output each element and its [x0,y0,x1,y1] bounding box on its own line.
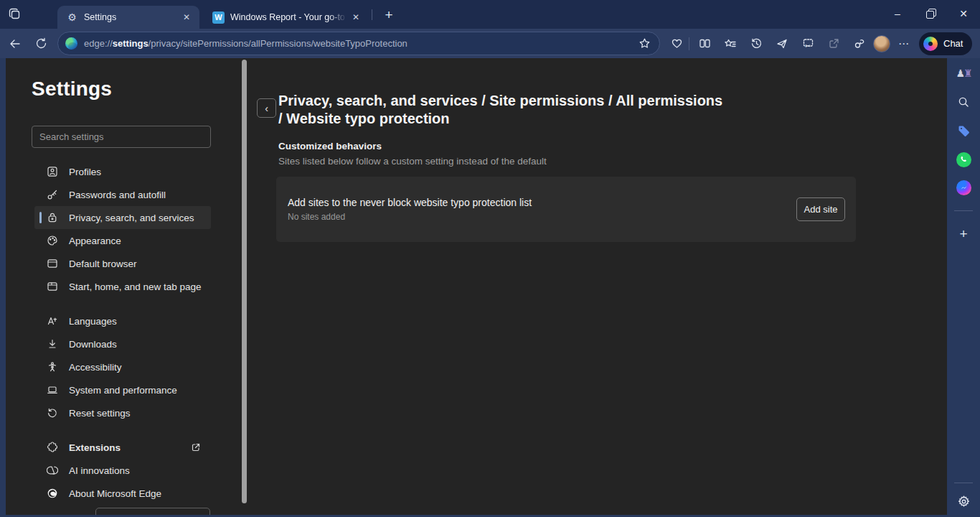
sidebar-item-privacy[interactable]: Privacy, search, and services [34,206,211,229]
sidebar-item-label: System and performance [69,385,177,396]
download-icon [47,338,58,350]
never-block-list-card: Add sites to the never block website typ… [276,177,856,242]
chat-label: Chat [943,38,963,49]
language-icon [47,315,58,327]
sidebar-item-label: Reset settings [69,408,131,419]
sidebar-item-label: Appearance [69,236,121,246]
sidebar-item-label: Start, home, and new tab page [69,281,202,292]
url-text[interactable]: edge://settings/privacy/sitePermissions/… [84,38,629,49]
sidebar-scrollbar[interactable] [242,60,247,503]
messenger-icon[interactable] [947,176,980,199]
sidebar-item-extensions[interactable]: Extensions [34,436,211,459]
sidebar-item-downloads[interactable]: Downloads [34,332,211,355]
extensions-puzzle-icon [47,442,58,453]
sidebar-item-label: Default browser [69,258,137,269]
card-text: Add sites to the never block website typ… [288,197,796,222]
customize-sidebar-add-icon[interactable]: + [947,223,980,246]
games-chess-icon[interactable]: ♟♜ [947,62,980,85]
web-capture-icon[interactable]: ✂ [797,33,819,55]
sidebar-item-label: Languages [69,316,117,327]
toolbar-divider [689,37,689,50]
back-button[interactable] [4,33,26,55]
sidebar-item-ai-innovations[interactable]: AI innovations [34,459,211,482]
edge-browser-window: ⚙ Settings ✕ W Windows Report - Your go-… [0,0,980,517]
sidebar-item-start-home[interactable]: Start, home, and new tab page [34,275,211,298]
split-screen-icon[interactable] [694,33,715,55]
restore-icon [927,10,934,17]
edge-logo-icon [47,488,58,499]
sidebar-item-profiles[interactable]: Profiles [34,160,211,183]
chess-pawn-glyph: ♟ [956,67,963,79]
window-frame-left [0,58,6,515]
sidebar-item-label: Extensions [69,442,121,453]
tab-settings[interactable]: ⚙ Settings ✕ [57,6,199,29]
sidebar-search-icon[interactable] [947,90,980,113]
sidebar-item-label: About Microsoft Edge [69,488,161,499]
settings-page: Settings Profiles Passwords and autofill… [0,58,980,515]
reset-icon [47,407,58,419]
rail-divider [954,210,973,211]
close-button[interactable]: ✕ [947,0,980,27]
profile-icon [47,166,58,177]
section-description: Sites listed below follow a custom setti… [278,156,547,167]
external-link-icon [191,442,201,452]
sidebar-item-label: Accessibility [69,362,122,373]
sidebar-item-reset[interactable]: Reset settings [34,401,211,424]
settings-tab-favicon-gear-icon: ⚙ [66,11,78,24]
scissors-glyph: ✂ [805,42,811,50]
sidebar-item-appearance[interactable]: Appearance [34,229,211,252]
sidebar-item-about-edge[interactable]: About Microsoft Edge [34,482,211,505]
favorites-icon[interactable] [720,33,741,55]
share-icon[interactable] [823,33,844,55]
sidebar-item-languages[interactable]: Languages [34,309,211,332]
shopping-tag-icon[interactable] [947,119,980,142]
send-icon[interactable] [771,33,793,55]
new-tab-button[interactable]: + [379,6,399,24]
workspaces-icon[interactable] [6,5,24,24]
sidebar-settings-gear-icon[interactable] [947,490,980,513]
refresh-button[interactable] [30,33,52,55]
breadcrumb[interactable]: Privacy, search, and services / Site per… [278,92,723,128]
breadcrumb-back-button[interactable]: ‹ [257,98,276,118]
window-controls: – ✕ [881,0,980,29]
plus-glyph: + [959,226,967,242]
new-tab-page-icon [47,281,58,292]
monitor-icon [47,384,58,396]
send-feedback-button[interactable]: Send feedback [95,508,210,515]
edge-sidebar-rail: ♟♜ + [947,58,980,515]
sidebar-item-system[interactable]: System and performance [34,378,211,401]
accessibility-icon [47,361,58,373]
restore-button[interactable] [914,0,947,27]
browser-toolbar: edge://settings/privacy/sitePermissions/… [0,29,980,58]
browser-essentials-icon[interactable] [666,33,687,55]
key-icon [47,189,58,200]
tab-windows-report[interactable]: W Windows Report - Your go-to sou ✕ [204,6,369,29]
edge-logo-icon [65,37,77,50]
section-title: Customized behaviors [278,141,382,152]
windows-report-favicon: W [212,11,225,24]
address-bar[interactable]: edge://settings/privacy/sitePermissions/… [57,32,660,55]
sidebar-item-label: Passwords and autofill [69,190,166,200]
card-label: Add sites to the never block website typ… [288,197,796,208]
history-icon[interactable] [745,33,767,55]
tab-close-icon[interactable]: ✕ [349,11,362,24]
more-menu-icon[interactable]: ⋯ [893,33,915,55]
main-panel: ‹ Privacy, search, and services / Site p… [247,58,947,515]
profile-avatar[interactable] [873,35,890,52]
bookmark-star-icon[interactable] [633,33,655,55]
whatsapp-icon[interactable] [947,148,980,171]
tab-strip: ⚙ Settings ✕ W Windows Report - Your go-… [0,0,980,29]
tab-close-icon[interactable]: ✕ [180,11,193,24]
search-settings-input[interactable] [32,126,211,148]
sidebar-item-passwords[interactable]: Passwords and autofill [34,183,211,206]
settings-page-title: Settings [32,78,112,101]
sidebar-item-default-browser[interactable]: Default browser [34,252,211,275]
sidebar-item-accessibility[interactable]: Accessibility [34,355,211,378]
ai-innovations-icon [47,465,58,476]
copilot-logo-icon [923,37,938,51]
minimize-button[interactable]: – [881,0,914,27]
copilot-chat-button[interactable]: Chat [919,32,972,55]
browser-window-icon [47,258,58,269]
add-site-button[interactable]: Add site [796,197,845,221]
people-chat-icon[interactable] [849,33,870,55]
